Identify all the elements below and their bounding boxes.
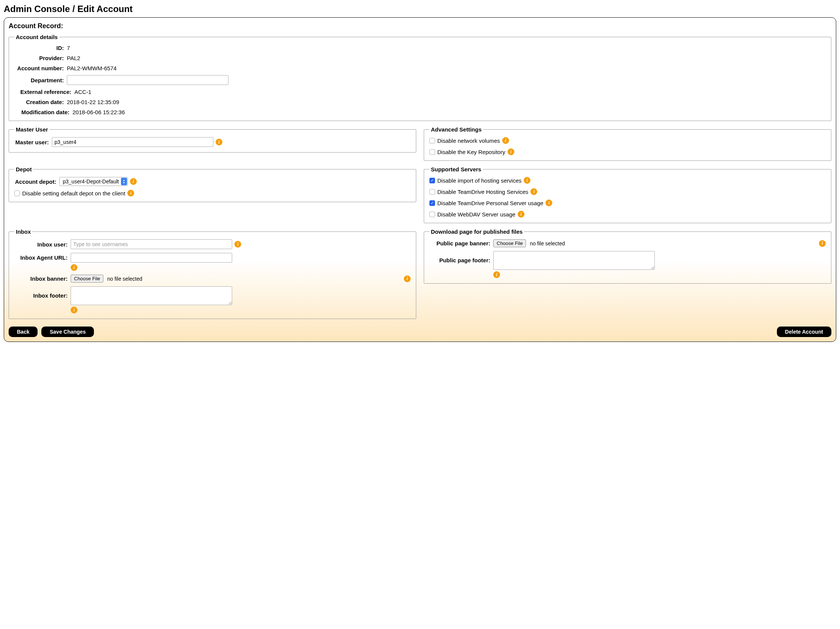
creation-date-value: 2018-01-22 12:35:09 xyxy=(67,99,826,105)
disable-td-personal-label: Disable TeamDrive Personal Server usage xyxy=(437,200,543,206)
info-icon[interactable]: i xyxy=(545,199,552,206)
disable-td-personal-checkbox[interactable]: ✓ xyxy=(429,200,435,206)
info-icon[interactable]: i xyxy=(524,177,531,184)
department-input[interactable] xyxy=(67,75,228,85)
inbox-agent-url-label: Inbox Agent URL: xyxy=(14,253,71,261)
info-icon[interactable]: i xyxy=(127,190,134,196)
info-icon[interactable]: i xyxy=(518,211,524,218)
disable-import-hosting-label: Disable import of hosting services xyxy=(437,177,521,184)
info-icon[interactable]: i xyxy=(493,271,500,278)
supported-servers-legend: Supported Servers xyxy=(429,166,483,172)
inbox-user-label: Inbox user: xyxy=(14,241,71,248)
provider-label: Provider: xyxy=(14,55,67,61)
account-record-panel: Account Record: Account details ID: 7 Pr… xyxy=(4,17,836,342)
inbox-footer-label: Inbox footer: xyxy=(14,286,71,299)
ext-ref-value: ACC-1 xyxy=(74,89,826,95)
disable-network-volumes-label: Disable network volumes xyxy=(437,137,500,144)
department-label: Department: xyxy=(14,77,67,84)
modification-date-value: 2018-06-06 15:22:36 xyxy=(73,109,826,115)
page-title: Admin Console / Edit Account xyxy=(4,4,836,14)
depot-legend: Depot xyxy=(14,166,33,172)
master-user-input[interactable] xyxy=(52,137,213,147)
disable-key-repo-checkbox[interactable] xyxy=(429,149,435,155)
modification-date-label: Modification date: xyxy=(14,109,73,115)
public-page-banner-file-status: no file selected xyxy=(530,240,565,247)
depot-fieldset: Depot Account depot: p3_user4-Depot-Defa… xyxy=(9,166,416,202)
account-depot-select[interactable]: p3_user4-Depot-Default xyxy=(59,177,128,186)
panel-title: Account Record: xyxy=(9,22,831,30)
inbox-fieldset: Inbox Inbox user: i Inbox Agent URL: i xyxy=(9,228,416,319)
account-details-legend: Account details xyxy=(14,34,59,40)
id-value: 7 xyxy=(67,45,826,51)
inbox-agent-url-input[interactable] xyxy=(71,253,232,262)
public-page-banner-label: Public page banner: xyxy=(429,240,493,247)
info-icon[interactable]: i xyxy=(507,149,514,155)
account-depot-label: Account depot: xyxy=(14,179,59,185)
save-changes-button[interactable]: Save Changes xyxy=(41,327,94,337)
disable-key-repo-label: Disable the Key Repository xyxy=(437,149,505,155)
info-icon[interactable]: i xyxy=(502,137,509,144)
disable-td-hosting-checkbox[interactable] xyxy=(429,189,435,194)
download-page-fieldset: Download page for published files Public… xyxy=(424,228,831,284)
inbox-banner-choose-file-button[interactable]: Choose File xyxy=(71,275,103,283)
disable-default-depot-checkbox[interactable] xyxy=(14,191,20,196)
creation-date-label: Creation date: xyxy=(14,99,67,105)
inbox-user-input[interactable] xyxy=(71,239,232,249)
info-icon[interactable]: i xyxy=(216,139,223,145)
info-icon[interactable]: i xyxy=(404,275,411,282)
master-user-fieldset: Master User Master user: i xyxy=(9,126,416,153)
account-details-fieldset: Account details ID: 7 Provider: PAL2 Acc… xyxy=(9,34,831,121)
inbox-legend: Inbox xyxy=(14,228,32,235)
disable-import-hosting-checkbox[interactable]: ✓ xyxy=(429,178,435,183)
account-depot-select-wrap[interactable]: p3_user4-Depot-Default ▲▼ xyxy=(59,177,128,186)
info-icon[interactable]: i xyxy=(71,264,77,271)
disable-network-volumes-checkbox[interactable] xyxy=(429,138,435,144)
account-number-label: Account number: xyxy=(14,65,67,71)
info-icon[interactable]: i xyxy=(130,178,137,185)
delete-account-button[interactable]: Delete Account xyxy=(777,327,831,337)
public-page-footer-label: Public page footer: xyxy=(429,251,493,263)
public-page-footer-textarea[interactable] xyxy=(493,251,655,270)
advanced-settings-legend: Advanced Settings xyxy=(429,126,483,133)
provider-value: PAL2 xyxy=(67,55,826,61)
disable-td-hosting-label: Disable TeamDrive Hosting Services xyxy=(437,189,528,195)
account-number-value: PAL2-WMWM-6574 xyxy=(67,65,826,71)
disable-default-depot-label: Disable setting default depot on the cli… xyxy=(22,190,125,196)
inbox-banner-label: Inbox banner: xyxy=(14,275,71,282)
supported-servers-fieldset: Supported Servers ✓ Disable import of ho… xyxy=(424,166,831,223)
master-user-legend: Master User xyxy=(14,126,50,133)
disable-webdav-label: Disable WebDAV Server usage xyxy=(437,211,515,218)
inbox-banner-file-status: no file selected xyxy=(107,276,142,282)
info-icon[interactable]: i xyxy=(531,188,537,195)
disable-webdav-checkbox[interactable] xyxy=(429,212,435,217)
public-page-banner-choose-file-button[interactable]: Choose File xyxy=(493,239,526,247)
master-user-label: Master user: xyxy=(14,139,52,145)
advanced-settings-fieldset: Advanced Settings Disable network volume… xyxy=(424,126,831,161)
id-label: ID: xyxy=(14,45,67,51)
info-icon[interactable]: i xyxy=(234,241,241,248)
download-page-legend: Download page for published files xyxy=(429,228,524,235)
info-icon[interactable]: i xyxy=(71,307,77,313)
ext-ref-label: External reference: xyxy=(14,89,74,95)
back-button[interactable]: Back xyxy=(9,327,38,337)
info-icon[interactable]: i xyxy=(819,240,826,247)
inbox-footer-textarea[interactable] xyxy=(71,286,232,305)
